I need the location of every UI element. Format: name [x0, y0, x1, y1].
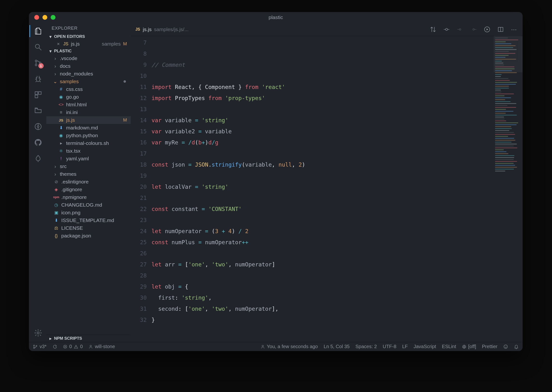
- status-problems[interactable]: 0 0: [63, 344, 83, 349]
- open-editor-item[interactable]: × JS js.js samples M: [46, 40, 131, 48]
- file-changelog[interactable]: ◷CHANGELOG.md: [46, 201, 131, 209]
- status-eslint[interactable]: ESLint: [442, 344, 456, 349]
- status-liveshare[interactable]: [off]: [462, 344, 476, 349]
- status-branch[interactable]: v3*: [33, 344, 47, 349]
- code-line: var variable2 = variable: [151, 128, 232, 134]
- chevron-right-icon: ›: [53, 163, 57, 169]
- npm-scripts-header[interactable]: ▸ NPM SCRIPTS: [46, 335, 131, 342]
- status-language[interactable]: JavaScript: [414, 344, 436, 349]
- explorer-icon[interactable]: [33, 26, 43, 36]
- split-editor-icon[interactable]: [497, 26, 504, 33]
- code-content[interactable]: // Comment import React, { Component } f…: [151, 36, 494, 342]
- chevron-down-icon: ▾: [48, 49, 53, 53]
- modified-dot-icon: [123, 80, 126, 83]
- status-sync[interactable]: [52, 344, 57, 349]
- code-area: 7891011121314151617181920212223242526272…: [131, 36, 523, 342]
- file-go[interactable]: ◉go.go: [46, 93, 131, 101]
- status-cursor-pos[interactable]: Ln 5, Col 35: [323, 344, 350, 349]
- minimap-content: [495, 38, 521, 340]
- file-ini[interactable]: ≡ini.ini: [46, 108, 131, 116]
- git-commit-icon[interactable]: [444, 26, 450, 33]
- workspace-header[interactable]: ▾ PLASTIC: [46, 48, 131, 55]
- file-markdown[interactable]: ⬇markdown.md: [46, 124, 131, 132]
- eslint-file-icon: ⊘: [54, 179, 59, 184]
- folder-node-modules[interactable]: ›node_modules: [46, 70, 131, 78]
- markdown-file-icon: ⬇: [58, 125, 64, 130]
- extensions-icon[interactable]: [33, 90, 43, 100]
- file-python[interactable]: ◉python.python: [46, 132, 131, 139]
- status-bell-icon[interactable]: [514, 344, 519, 349]
- line-gutter: 7891011121314151617181920212223242526272…: [131, 36, 151, 342]
- folder-src[interactable]: ›src: [46, 162, 131, 170]
- js-file-icon: JS: [58, 117, 64, 123]
- file-yaml[interactable]: !yaml.yaml: [46, 155, 131, 162]
- file-license[interactable]: ⚖LICENSE: [46, 224, 131, 232]
- tab-filename: js.js: [143, 27, 151, 32]
- tab-breadcrumb: samples/js.js/...: [154, 27, 189, 32]
- folder-vscode[interactable]: ›.vscode: [46, 55, 131, 62]
- status-prettier[interactable]: Prettier: [482, 344, 497, 349]
- file-npmignore[interactable]: npm.npmignore: [46, 193, 131, 201]
- folder-icon[interactable]: [33, 105, 43, 116]
- minimap[interactable]: [494, 36, 523, 342]
- status-encoding[interactable]: UTF-8: [383, 344, 396, 349]
- status-eol[interactable]: LF: [402, 344, 408, 349]
- file-icon-png[interactable]: ▣icon.png: [46, 209, 131, 217]
- open-editor-name: js.js: [71, 41, 99, 47]
- window-title: plastic: [29, 14, 523, 20]
- file-issue-template[interactable]: ⬇ISSUE_TEMPLATE.md: [46, 217, 131, 224]
- open-editors-header[interactable]: ▾ OPEN EDITORS: [46, 33, 131, 40]
- status-blame[interactable]: You, a few seconds ago: [261, 344, 318, 349]
- status-feedback-icon[interactable]: [503, 344, 508, 349]
- file-html[interactable]: <>html.html: [46, 101, 131, 108]
- activity-bar: 1: [29, 23, 46, 342]
- code-line: // Comment: [151, 62, 185, 68]
- code-line: }: [151, 317, 155, 323]
- code-line: let obj = {: [151, 284, 188, 290]
- folder-docs[interactable]: ›docs: [46, 62, 131, 70]
- file-package-json[interactable]: {}package.json: [46, 232, 131, 240]
- scm-badge: 1: [38, 63, 44, 69]
- svg-point-12: [473, 28, 474, 30]
- status-user[interactable]: will-stone: [89, 344, 115, 349]
- chevron-right-icon: ›: [53, 56, 57, 61]
- tab-bar: JS js.js samples/js.js/... ⋯: [131, 23, 523, 36]
- debug-icon[interactable]: [33, 74, 43, 84]
- search-icon[interactable]: [33, 42, 43, 52]
- chevron-right-icon: ›: [53, 63, 57, 69]
- file-terminal[interactable]: ▸terminal-colours.sh: [46, 139, 131, 147]
- npm-scripts-label: NPM SCRIPTS: [54, 336, 82, 341]
- svg-rect-6: [38, 92, 41, 94]
- compare-changes-icon[interactable]: [430, 26, 436, 33]
- file-tsx[interactable]: ⚛tsx.tsx: [46, 147, 131, 155]
- next-change-icon[interactable]: [470, 26, 477, 33]
- npm-file-icon: npm: [54, 195, 59, 200]
- close-icon[interactable]: ×: [57, 41, 61, 47]
- run-icon[interactable]: [484, 26, 490, 33]
- open-editor-dir: samples: [102, 41, 121, 47]
- chevron-right-icon: ›: [53, 171, 57, 177]
- file-js[interactable]: JSjs.jsM: [46, 116, 131, 124]
- github-icon[interactable]: [33, 137, 43, 147]
- open-editors-label: OPEN EDITORS: [54, 34, 85, 39]
- git-graph-icon[interactable]: [33, 121, 43, 132]
- more-actions-icon[interactable]: ⋯: [511, 26, 517, 33]
- file-tree: ›.vscode ›docs ›node_modules ⌄samples #c…: [46, 55, 131, 335]
- chevron-down-icon: ▾: [48, 35, 53, 39]
- svg-point-10: [446, 28, 448, 30]
- tab-jsjs[interactable]: JS js.js samples/js.js/...: [131, 23, 193, 36]
- python-file-icon: ◉: [58, 133, 64, 138]
- status-indentation[interactable]: Spaces: 2: [355, 344, 377, 349]
- tree-icon[interactable]: [33, 153, 43, 163]
- source-control-icon[interactable]: 1: [33, 58, 43, 68]
- prev-change-icon[interactable]: [457, 26, 463, 33]
- folder-themes[interactable]: ›themes: [46, 170, 131, 178]
- code-line: const constant = 'CONSTANT': [151, 206, 242, 212]
- settings-gear-icon[interactable]: [33, 328, 43, 338]
- folder-samples[interactable]: ⌄samples: [46, 78, 131, 85]
- file-css[interactable]: #css.css: [46, 85, 131, 93]
- file-eslintignore[interactable]: ⊘.eslintignore: [46, 178, 131, 186]
- go-file-icon: ◉: [58, 94, 64, 99]
- file-gitignore[interactable]: ◈.gitignore: [46, 186, 131, 193]
- code-line: let localVar = 'string': [151, 184, 229, 190]
